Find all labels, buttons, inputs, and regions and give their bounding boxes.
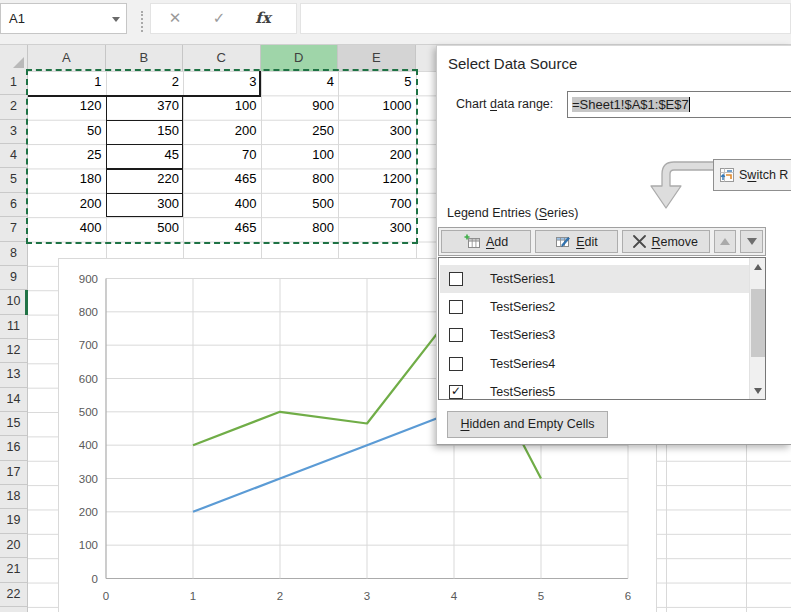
row-header-1[interactable]: 1 [0,71,28,95]
cell-C6[interactable]: 400 [183,193,261,217]
cell-D1[interactable]: 4 [261,71,339,95]
cell-C5[interactable]: 465 [183,168,261,192]
cell-A4[interactable]: 25 [28,144,106,168]
cell-E6[interactable]: 700 [338,193,416,217]
cell-B1[interactable]: 2 [106,71,184,95]
cell-C4[interactable]: 70 [183,144,261,168]
cell-D6[interactable]: 500 [261,193,339,217]
hidden-and-empty-cells-button[interactable]: Hidden and Empty Cells [447,411,608,438]
row-header-12[interactable]: 12 [0,339,28,363]
cell-D7[interactable]: 800 [261,217,339,241]
cell-border-overlay [106,193,184,194]
series-toolbar: Add Edit Remove [438,227,766,256]
cell-A3[interactable]: 50 [28,120,106,144]
remove-series-button[interactable]: Remove [622,230,710,253]
column-header-D[interactable]: D [261,45,339,71]
cell-C7[interactable]: 465 [183,217,261,241]
row-header-17[interactable]: 17 [0,461,28,485]
cell-D2[interactable]: 900 [261,95,339,119]
series-label: TestSeries3 [490,328,555,342]
cell-A2[interactable]: 120 [28,95,106,119]
listbox-scrollbar[interactable] [749,258,765,399]
name-box-value: A1 [9,11,25,26]
row-header-10[interactable]: 10 [0,290,28,314]
scroll-down-button[interactable] [750,382,766,399]
row-header-11[interactable]: 11 [0,315,28,339]
svg-text:900: 900 [79,273,98,285]
chart-data-range-label: Chart data range: [456,97,553,111]
enter-icon[interactable]: ✓ [207,9,231,27]
edit-button-label: Edit [576,235,598,249]
cell-C2[interactable]: 100 [183,95,261,119]
move-series-up-button[interactable] [714,230,737,253]
cell-A5[interactable]: 180 [28,168,106,192]
series-list-item-TestSeries1[interactable]: TestSeries1 [440,265,750,293]
remove-button-label: Remove [651,235,698,249]
row-header-6[interactable]: 6 [0,193,28,217]
scroll-up-button[interactable] [750,258,766,275]
cell-B7[interactable]: 500 [106,217,184,241]
switch-row-column-button[interactable]: Switch R [713,159,791,191]
row-header-13[interactable]: 13 [0,363,28,387]
series-list-item-TestSeries5[interactable]: ✓TestSeries5 [440,378,750,400]
cell-A6[interactable]: 200 [28,193,106,217]
column-header-B[interactable]: B [106,45,184,71]
cell-C1[interactable]: 3 [183,71,261,95]
column-header-E[interactable]: E [338,45,416,71]
cell-E7[interactable]: 300 [338,217,416,241]
series-checkbox-TestSeries4[interactable] [449,357,463,371]
formula-input[interactable] [300,3,791,34]
row-header-23[interactable]: 23 [0,607,28,612]
cell-E3[interactable]: 300 [338,120,416,144]
cell-A7[interactable]: 400 [28,217,106,241]
scrollbar-thumb[interactable] [751,289,765,357]
dialog-title: Select Data Source [448,55,577,72]
row-header-2[interactable]: 2 [0,95,28,119]
select-all-corner[interactable] [0,45,28,71]
cell-D3[interactable]: 250 [261,120,339,144]
row-header-22[interactable]: 22 [0,583,28,607]
cell-D4[interactable]: 100 [261,144,339,168]
row-header-3[interactable]: 3 [0,120,28,144]
add-series-button[interactable]: Add [441,230,531,253]
series-label: TestSeries2 [490,300,555,314]
row-header-7[interactable]: 7 [0,217,28,241]
toolbar-separator [141,11,143,32]
series-checkbox-TestSeries2[interactable] [449,300,463,314]
cell-E2[interactable]: 1000 [338,95,416,119]
name-box-dropdown-icon[interactable] [112,17,120,22]
cell-D5[interactable]: 800 [261,168,339,192]
column-header-C[interactable]: C [183,45,261,71]
row-header-18[interactable]: 18 [0,485,28,509]
cell-A1[interactable]: 1 [28,71,106,95]
series-list-item-TestSeries4[interactable]: TestSeries4 [440,350,750,378]
row-header-4[interactable]: 4 [0,144,28,168]
row-header-5[interactable]: 5 [0,168,28,192]
insert-function-icon[interactable]: fx [251,9,275,27]
series-list-item-TestSeries3[interactable]: TestSeries3 [440,321,750,349]
cell-E4[interactable]: 200 [338,144,416,168]
row-header-15[interactable]: 15 [0,412,28,436]
series-checkbox-TestSeries3[interactable] [449,328,463,342]
series-checkbox-TestSeries1[interactable] [449,272,463,286]
name-box[interactable]: A1 [0,3,127,34]
chart-data-range-input[interactable]: =Sheet1!$A$1:$E$7 [567,91,791,118]
row-header-14[interactable]: 14 [0,388,28,412]
scroll-up-icon [754,264,762,270]
series-list-item-TestSeries2[interactable]: TestSeries2 [440,293,750,321]
row-header-16[interactable]: 16 [0,436,28,460]
cell-E1[interactable]: 5 [338,71,416,95]
select-data-source-dialog: Select Data Source Chart data range: =Sh… [436,45,791,445]
row-header-8[interactable]: 8 [0,242,28,266]
cancel-icon[interactable]: ✕ [163,9,187,27]
move-series-down-button[interactable] [740,230,763,253]
row-header-20[interactable]: 20 [0,534,28,558]
row-header-21[interactable]: 21 [0,558,28,582]
cell-C3[interactable]: 200 [183,120,261,144]
cell-E5[interactable]: 1200 [338,168,416,192]
series-checkbox-TestSeries5[interactable]: ✓ [449,385,463,399]
column-header-A[interactable]: A [28,45,106,71]
row-header-9[interactable]: 9 [0,266,28,290]
edit-series-button[interactable]: Edit [535,230,617,253]
row-header-19[interactable]: 19 [0,509,28,533]
